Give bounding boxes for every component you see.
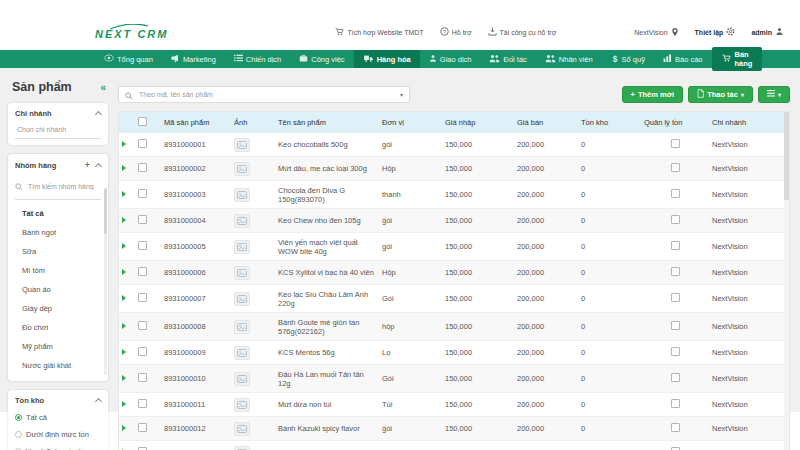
nav-item-nhan-vien[interactable]: Nhân viên bbox=[536, 50, 602, 68]
row-expand-icon[interactable] bbox=[122, 349, 126, 355]
table-scrollbar[interactable] bbox=[784, 112, 789, 450]
manage-stock-checkbox[interactable] bbox=[671, 373, 680, 382]
product-image-placeholder[interactable] bbox=[234, 372, 250, 386]
row-expand-icon[interactable] bbox=[122, 323, 126, 329]
product-image-placeholder[interactable] bbox=[234, 188, 250, 202]
col-header-manage[interactable]: Quản lý tồn bbox=[641, 112, 709, 133]
nav-item-so-quy[interactable]: $Sổ quỹ bbox=[602, 50, 654, 68]
group-search-input[interactable] bbox=[26, 182, 101, 191]
product-image-placeholder[interactable] bbox=[234, 266, 250, 280]
row-checkbox[interactable] bbox=[138, 423, 147, 432]
row-checkbox[interactable] bbox=[138, 163, 147, 172]
row-checkbox[interactable] bbox=[138, 241, 147, 250]
manage-stock-checkbox[interactable] bbox=[671, 139, 680, 148]
radio-icon[interactable] bbox=[15, 414, 22, 421]
nav-item-chien-dich[interactable]: Chiến dịch bbox=[225, 50, 290, 68]
table-row[interactable]: 8931000010Đậu Hà Lan muối Tân tân 12gGói… bbox=[119, 365, 789, 393]
user-menu[interactable]: admin bbox=[751, 27, 784, 37]
product-image-placeholder[interactable] bbox=[234, 398, 250, 412]
row-checkbox[interactable] bbox=[138, 321, 147, 330]
col-header-name[interactable]: Tên sản phẩm bbox=[275, 112, 379, 133]
sidebar-collapse-icon[interactable]: « bbox=[100, 82, 106, 93]
stock-option-duoi-dinh-muc-ton[interactable]: Dưới định mức tồn bbox=[15, 426, 101, 443]
table-row[interactable]: 8931000008Bánh Goute mè giòn tan 576g(02… bbox=[119, 313, 789, 341]
stock-option-vuot-dinh-muc-ton[interactable]: Vượt định mức tồn bbox=[15, 443, 101, 450]
col-header-photo[interactable]: Ảnh bbox=[231, 112, 275, 133]
col-header-cost[interactable]: Giá nhập bbox=[429, 112, 501, 133]
table-row[interactable]: 8931000006KCS Xylitol vị bạc hà 40 viênH… bbox=[119, 261, 789, 285]
list-options-button[interactable]: ▾ bbox=[758, 86, 790, 103]
help-link[interactable]: ? Hỗ trợ bbox=[440, 27, 472, 37]
website-integration-link[interactable]: Tích hợp Website TMDT bbox=[335, 27, 423, 37]
row-expand-icon[interactable] bbox=[122, 165, 126, 171]
col-header-unit[interactable]: Đơn vị bbox=[379, 112, 429, 133]
manage-stock-checkbox[interactable] bbox=[671, 423, 680, 432]
select-all-checkbox[interactable] bbox=[138, 117, 147, 126]
manage-stock-checkbox[interactable] bbox=[671, 321, 680, 330]
table-row[interactable]: 8931000013Mứt lạc túi tân việt 450gGói15… bbox=[119, 441, 789, 450]
manage-stock-checkbox[interactable] bbox=[671, 267, 680, 276]
row-expand-icon[interactable] bbox=[122, 269, 126, 275]
product-image-placeholder[interactable] bbox=[234, 162, 250, 176]
table-row[interactable]: 8931000007Keo lạc Sìu Châu Lâm Anh 220gG… bbox=[119, 285, 789, 313]
manage-stock-checkbox[interactable] bbox=[671, 347, 680, 356]
col-header-branch[interactable]: Chi nhánh bbox=[709, 112, 789, 133]
table-row[interactable]: 8931000005Viên yến mạch việt quất WOW bi… bbox=[119, 233, 789, 261]
group-item-giay-dep[interactable]: Giày dép bbox=[15, 299, 101, 318]
nav-item-cong-viec[interactable]: Công việc bbox=[290, 50, 353, 68]
row-expand-icon[interactable] bbox=[122, 191, 126, 197]
group-item-nuoc-giai-khat[interactable]: Nước giải khát bbox=[15, 356, 101, 375]
row-checkbox[interactable] bbox=[138, 215, 147, 224]
row-checkbox[interactable] bbox=[138, 399, 147, 408]
stock-option-tat-ca[interactable]: Tất cả bbox=[15, 409, 101, 426]
group-item-sua[interactable]: Sữa bbox=[15, 242, 101, 261]
workspace-selector[interactable]: NextVision bbox=[634, 27, 678, 38]
table-row[interactable]: 8931000009KCS Mentos 56gLọ150,000200,000… bbox=[119, 341, 789, 365]
row-expand-icon[interactable] bbox=[122, 375, 126, 381]
group-item-my-pham[interactable]: Mỹ phẩm bbox=[15, 337, 101, 356]
nav-item-bao-cao[interactable]: Báo cáo bbox=[654, 50, 712, 68]
product-image-placeholder[interactable] bbox=[234, 240, 250, 254]
product-image-placeholder[interactable] bbox=[234, 346, 250, 360]
add-product-button[interactable]: + Thêm mới bbox=[622, 86, 684, 103]
actions-dropdown-button[interactable]: Thao tác ▾ bbox=[688, 86, 753, 103]
add-group-icon[interactable]: + bbox=[85, 160, 90, 170]
col-header-code[interactable]: Mã sản phẩm bbox=[161, 112, 231, 133]
table-row[interactable]: 8931000001Keo chocoballs 500ggói150,0002… bbox=[119, 133, 789, 157]
table-row[interactable]: 8931000011Mứt dừa non túiTúi150,000200,0… bbox=[119, 393, 789, 417]
manage-stock-checkbox[interactable] bbox=[671, 293, 680, 302]
group-list-scrollbar[interactable] bbox=[104, 188, 107, 375]
product-image-placeholder[interactable] bbox=[234, 214, 250, 228]
nav-item-hang-hoa[interactable]: Hàng hóa bbox=[354, 50, 420, 68]
table-row[interactable]: 8931000002Mứt dâu, me các loại 300gHộp15… bbox=[119, 157, 789, 181]
row-expand-icon[interactable] bbox=[122, 217, 126, 223]
group-item-mi-tom[interactable]: Mì tôm bbox=[15, 261, 101, 280]
row-checkbox[interactable] bbox=[138, 267, 147, 276]
chevron-down-icon[interactable]: ▾ bbox=[400, 91, 403, 98]
col-header-stock[interactable]: Tồn kho bbox=[573, 112, 641, 133]
row-checkbox[interactable] bbox=[138, 373, 147, 382]
row-expand-icon[interactable] bbox=[122, 141, 126, 147]
group-item-do-choi[interactable]: Đồ chơi bbox=[15, 318, 101, 337]
nav-item-tong-quan[interactable]: Tổng quan bbox=[95, 50, 162, 68]
product-search-input[interactable] bbox=[137, 90, 396, 99]
row-checkbox[interactable] bbox=[138, 139, 147, 148]
table-row[interactable]: 8931000012Bánh Kazuki spicy flavorgói150… bbox=[119, 417, 789, 441]
row-expand-icon[interactable] bbox=[122, 243, 126, 249]
chevron-up-icon[interactable] bbox=[95, 162, 102, 169]
nextcrm-logo[interactable]: NEXT CRM bbox=[95, 24, 168, 40]
group-item-banh-ngot[interactable]: Bánh ngọt bbox=[15, 223, 101, 242]
table-row[interactable]: 8931000003Chocola đen Diva G 150g(893070… bbox=[119, 181, 789, 209]
product-image-placeholder[interactable] bbox=[234, 138, 250, 152]
settings-menu[interactable]: Thiết lập bbox=[695, 27, 736, 37]
table-row[interactable]: 8931000004Keo Chew nho đen 105ggói150,00… bbox=[119, 209, 789, 233]
chevron-up-icon[interactable] bbox=[95, 111, 102, 118]
manage-stock-checkbox[interactable] bbox=[671, 189, 680, 198]
nav-item-giao-dich[interactable]: Giao dịch bbox=[420, 50, 481, 68]
product-image-placeholder[interactable] bbox=[234, 320, 250, 334]
branch-select-input[interactable] bbox=[15, 125, 101, 134]
group-item-tat-ca[interactable]: Tất cả bbox=[15, 204, 101, 223]
nav-item-marketing[interactable]: Marketing bbox=[162, 50, 225, 68]
row-expand-icon[interactable] bbox=[122, 401, 126, 407]
row-checkbox[interactable] bbox=[138, 293, 147, 302]
